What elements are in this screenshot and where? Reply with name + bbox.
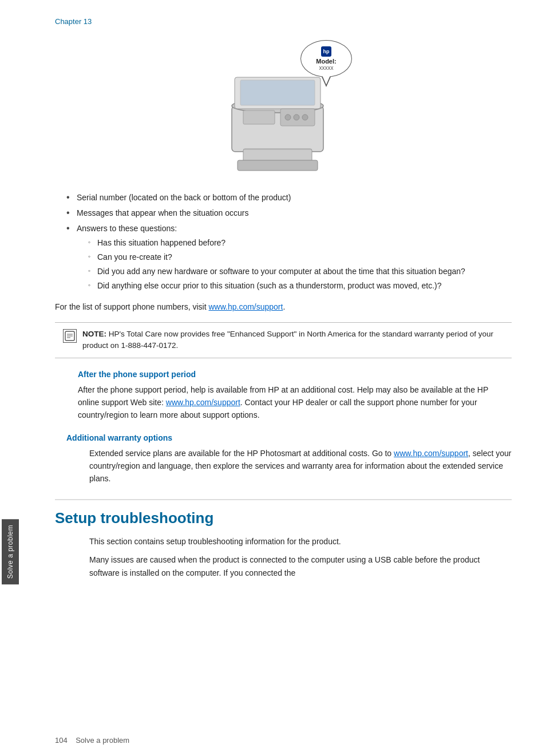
hp-logo-icon: hp [321,46,331,57]
warranty-text1: Extended service plans are available for… [89,449,394,458]
bullet-item-1: Serial number (located on the back or bo… [66,192,512,204]
setup-troubleshooting-heading: Setup troubleshooting [55,499,512,527]
page-number: 104 [55,736,68,745]
svg-point-8 [294,114,299,120]
support-line: For the list of support phone numbers, v… [55,301,512,313]
warranty-body: Extended service plans are available for… [55,447,512,485]
note-icon [63,329,77,343]
support-line-end: . [283,302,285,311]
after-phone-body: After the phone support period, help is … [78,383,512,422]
sub-item-1: Has this situation happened before? [88,237,512,249]
setup-troubleshooting-para1: This section contains setup troubleshoot… [55,535,512,548]
sub-list: Has this situation happened before? Can … [77,237,512,292]
after-phone-section: After the phone support period After the… [55,370,512,422]
sidebar-label-container: Solve a problem [0,519,21,584]
svg-rect-5 [238,160,318,171]
main-content: Chapter 13 hp Model: xxxxx [21,0,546,756]
printer-illustration [215,60,341,175]
svg-point-9 [302,114,308,120]
sub-item-4: Did anything else occur prior to this si… [88,280,512,292]
warranty-link[interactable]: www.hp.com/support [394,449,468,458]
bullet-item-3: Answers to these questions: Has this sit… [66,223,512,292]
page-footer: 104 Solve a problem [55,736,129,745]
setup-troubleshooting-section: Setup troubleshooting This section conta… [55,499,512,579]
note-text: NOTE: HP's Total Care now provides free … [82,328,504,352]
svg-rect-3 [240,80,315,105]
warranty-heading: Additional warranty options [55,433,512,442]
additional-warranty-section: Additional warranty options Extended ser… [55,433,512,485]
after-phone-link[interactable]: www.hp.com/support [166,398,240,407]
bullet-item-2: Messages that appear when the situation … [66,207,512,219]
svg-point-7 [285,114,291,120]
note-icon-svg [64,330,76,342]
footer-label: Solve a problem [76,736,129,745]
bullet-list: Serial number (located on the back or bo… [55,192,512,292]
note-box: NOTE: HP's Total Care now provides free … [55,322,512,358]
printer-image-area: hp Model: xxxxx [55,37,512,175]
note-body: HP's Total Care now provides free "Enhan… [82,330,493,350]
note-label: NOTE: [82,330,106,338]
printer-image-container: hp Model: xxxxx [203,37,363,175]
support-line-text: For the list of support phone numbers, v… [55,302,208,311]
support-link[interactable]: www.hp.com/support [208,302,283,311]
svg-rect-10 [243,110,275,124]
setup-troubleshooting-para2: Many issues are caused when the product … [55,553,512,579]
sub-item-3: Did you add any new hardware or software… [88,266,512,278]
after-phone-heading: After the phone support period [78,370,512,379]
sidebar-label-text: Solve a problem [2,519,19,584]
sidebar: Solve a problem [0,0,21,756]
sub-item-2: Can you re-create it? [88,251,512,263]
chapter-label: Chapter 13 [55,17,512,26]
